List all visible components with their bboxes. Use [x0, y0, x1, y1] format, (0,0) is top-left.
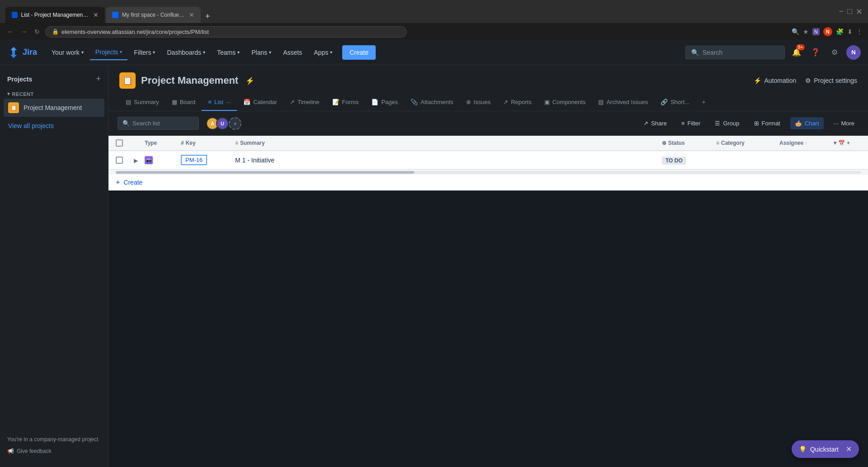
menu-icon[interactable]: ⋮	[856, 28, 863, 35]
minimize-icon[interactable]: −	[839, 7, 844, 16]
automation-button[interactable]: ⚡ Automation	[754, 77, 796, 84]
nav-assets[interactable]: Assets	[278, 45, 307, 60]
tab-forms[interactable]: 📝 Forms	[326, 94, 365, 111]
user-avatar[interactable]: N	[846, 45, 861, 60]
sidebar-item-label: Project Management	[24, 104, 82, 111]
view-all-projects-link[interactable]: View all projects	[4, 119, 104, 133]
nav-right: 🔍 Search 🔔 9+ ❓ ⚙ N	[685, 45, 861, 60]
group-button[interactable]: ☰ Group	[710, 117, 744, 129]
jira-logo[interactable]: Jira	[7, 46, 37, 59]
row-checkbox[interactable]	[116, 157, 123, 164]
tab-1-close[interactable]: ✕	[93, 11, 99, 19]
nav-filters[interactable]: Filters ▾	[128, 45, 160, 60]
tab-summary[interactable]: ▤ Summary	[119, 94, 165, 111]
settings-button[interactable]: ⚙	[827, 45, 842, 60]
status-badge[interactable]: TO DO	[662, 157, 686, 165]
assignee-col-header[interactable]: Assignee ↑	[779, 140, 834, 146]
tab-2-close[interactable]: ✕	[189, 11, 194, 19]
table-scroll-container: Type # Key ≡ Summary ⊕ Status	[108, 136, 868, 191]
more-button[interactable]: ··· More	[829, 117, 859, 129]
bookmark-icon[interactable]: ★	[803, 28, 809, 35]
profile-icon[interactable]: N	[823, 27, 832, 36]
address-bar[interactable]: 🔒 elements-overview.atlassian.net/jira/c…	[45, 26, 407, 38]
chevron-down-icon: ▾	[330, 50, 332, 55]
dropdown-icon[interactable]: ▾	[834, 140, 836, 146]
select-all-checkbox[interactable]	[116, 139, 123, 147]
tab-archived-issues[interactable]: ▨ Archived Issues	[592, 94, 654, 111]
tab-2[interactable]: My first space - Confluence ✕	[106, 7, 201, 23]
nav-dashboards[interactable]: Dashboards ▾	[161, 45, 211, 60]
tab-1[interactable]: List - Project Management - Ji... ✕	[5, 7, 105, 23]
list-tab-more-icon[interactable]: ···	[226, 99, 231, 105]
nav-plans[interactable]: Plans ▾	[246, 45, 277, 60]
tab-shortcut[interactable]: 🔗 Short...	[654, 94, 696, 111]
forward-button[interactable]: →	[19, 26, 29, 37]
add-project-button[interactable]: +	[96, 74, 101, 84]
tab-list[interactable]: ≡ List ···	[202, 94, 237, 111]
expand-row-button[interactable]: ▶	[134, 157, 138, 164]
key-col-header[interactable]: # Key	[181, 140, 235, 146]
tab-timeline[interactable]: ↗ Timeline	[283, 94, 326, 111]
create-button[interactable]: Create	[342, 45, 376, 60]
shield-icon[interactable]: N	[812, 28, 820, 35]
search-list-input[interactable]: 🔍 Search list	[118, 117, 199, 130]
zoom-icon[interactable]: 🔍	[792, 28, 799, 35]
chevron-down-icon: ▾	[203, 50, 205, 55]
tab-components[interactable]: ▣ Components	[538, 94, 592, 111]
back-button[interactable]: ←	[5, 26, 15, 37]
star-icon[interactable]: ⚡	[245, 76, 255, 85]
help-button[interactable]: ❓	[808, 45, 823, 60]
tab-reports[interactable]: ↗ Reports	[497, 94, 538, 111]
quickstart-close-button[interactable]: ✕	[846, 445, 852, 453]
add-tab-button[interactable]: +	[696, 94, 712, 111]
tab-issues[interactable]: ⊕ Issues	[460, 94, 497, 111]
tab-board[interactable]: ▦ Board	[165, 94, 202, 111]
type-col-header[interactable]: Type	[145, 140, 181, 146]
category-col-header[interactable]: ≡ Category	[716, 140, 779, 146]
sidebar-item-project-management[interactable]: 📋 Project Management	[4, 99, 104, 117]
nav-projects[interactable]: Projects ▾	[90, 45, 128, 60]
horizontal-scrollbar[interactable]	[108, 169, 868, 175]
feedback-button[interactable]: 📢 Give feedback	[7, 446, 101, 456]
calendar-col-icon[interactable]: 📅	[838, 140, 845, 146]
browser-chrome: List - Project Management - Ji... ✕ My f…	[0, 0, 868, 24]
project-tabs: ▤ Summary ▦ Board ≡ List ··· 📅 Calendar	[119, 94, 857, 111]
tab-pages[interactable]: 📄 Pages	[365, 94, 404, 111]
maximize-icon[interactable]: □	[847, 7, 852, 16]
search-icon: 🔍	[691, 49, 699, 56]
category-col-icon: ≡	[716, 140, 719, 146]
add-col-button[interactable]: +	[847, 140, 850, 146]
add-people-button[interactable]: +	[229, 117, 241, 130]
nav-teams[interactable]: Teams ▾	[212, 45, 245, 60]
create-issue-row[interactable]: + Create	[108, 175, 868, 191]
user-avatar-2[interactable]: U	[216, 117, 229, 130]
reports-tab-icon: ↗	[503, 99, 508, 105]
new-tab-button[interactable]: +	[202, 10, 214, 23]
format-button[interactable]: ⊞ Format	[750, 117, 785, 129]
logo-text: Jira	[23, 48, 37, 57]
close-icon[interactable]: ✕	[856, 7, 863, 17]
status-col-header[interactable]: ⊕ Status	[662, 140, 716, 146]
tab-attachments[interactable]: 📎 Attachments	[404, 94, 459, 111]
issues-tab-icon: ⊕	[466, 99, 471, 105]
tab-calendar[interactable]: 📅 Calendar	[237, 94, 283, 111]
share-button[interactable]: ↗ Share	[639, 117, 671, 129]
issue-key[interactable]: PM-16	[181, 155, 207, 165]
nav-your-work[interactable]: Your work ▾	[46, 45, 89, 60]
refresh-button[interactable]: ↻	[33, 26, 42, 37]
quickstart-widget[interactable]: 💡 Quickstart ✕	[792, 440, 859, 458]
chart-button[interactable]: 🥧 Chart	[790, 117, 824, 129]
filter-button[interactable]: ≡ Filter	[677, 117, 705, 129]
row-summary-col: M 1 - Initiative	[235, 157, 662, 164]
search-box[interactable]: 🔍 Search	[685, 46, 785, 59]
list-tab-icon: ≡	[208, 99, 212, 105]
automation-icon: ⚡	[754, 77, 761, 84]
chevron-down-icon: ▾	[7, 91, 10, 97]
summary-col-header[interactable]: ≡ Summary	[235, 140, 662, 146]
nav-apps[interactable]: Apps ▾	[308, 45, 338, 60]
notifications-button[interactable]: 🔔 9+	[789, 45, 804, 60]
extensions-icon[interactable]: 🧩	[836, 28, 844, 35]
project-settings-button[interactable]: ⚙ Project settings	[805, 77, 857, 84]
jira-logo-icon	[7, 46, 20, 59]
download-icon[interactable]: ⬇	[847, 28, 853, 35]
